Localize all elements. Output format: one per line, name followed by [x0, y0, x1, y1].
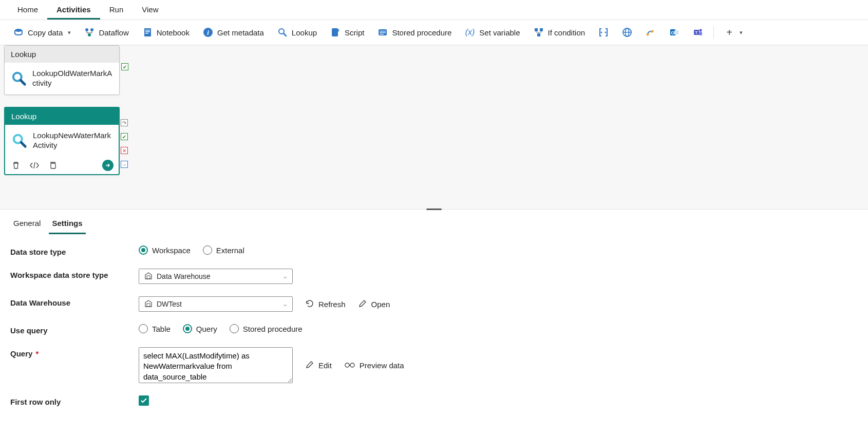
detail-tab-settings[interactable]: Settings [49, 216, 85, 234]
activity-name: LookupOldWaterMarkActivity [32, 69, 113, 88]
radio-table[interactable]: Table [139, 324, 171, 333]
radio-workspace[interactable]: Workspace [139, 245, 191, 255]
top-tab-view[interactable]: View [133, 0, 167, 20]
lookup-icon [11, 133, 28, 149]
panel-resize-handle[interactable] [426, 209, 442, 210]
top-tab-run[interactable]: Run [100, 0, 133, 20]
plus-icon: + [724, 27, 734, 37]
set-variable-button[interactable]: (x) Set variable [460, 24, 525, 41]
dataflow-label: Dataflow [99, 28, 128, 37]
preview-label: Preview data [360, 361, 404, 370]
select-data-warehouse[interactable]: DWTest ⌵ [139, 296, 293, 312]
edit-button[interactable]: Edit [305, 360, 332, 371]
edit-label: Edit [318, 361, 332, 370]
svg-point-21 [601, 32, 602, 33]
stored-procedure-icon [378, 27, 388, 37]
open-label: Open [371, 300, 390, 309]
svg-rect-15 [380, 32, 386, 33]
radio-workspace-label: Workspace [152, 246, 191, 255]
webhook-icon [646, 27, 656, 37]
radio-sp-label: Stored procedure [243, 325, 303, 333]
refresh-button[interactable]: Refresh [305, 299, 346, 310]
svg-line-38 [21, 142, 25, 146]
if-condition-button[interactable]: If condition [529, 24, 591, 41]
copy-icon[interactable] [47, 160, 59, 171]
tool-extra-1[interactable] [593, 24, 614, 41]
if-condition-icon [534, 27, 544, 37]
tool-extra-5[interactable]: T [688, 24, 708, 41]
svg-point-32 [700, 29, 702, 32]
detail-tab-general[interactable]: General [10, 216, 44, 234]
checkbox-first-row-only[interactable] [139, 395, 149, 406]
tool-extra-4[interactable]: O [664, 24, 685, 41]
tool-extra-3[interactable] [640, 24, 661, 41]
code-icon[interactable] [29, 160, 40, 171]
svg-text:T: T [695, 30, 698, 35]
notebook-button[interactable]: Notebook [137, 24, 195, 41]
handle-completion[interactable]: → [121, 161, 128, 168]
delete-icon[interactable] [10, 160, 22, 171]
radio-query[interactable]: Query [183, 324, 217, 333]
svg-point-43 [350, 363, 354, 367]
handle-skip[interactable]: ↷ [121, 119, 128, 126]
svg-line-36 [21, 80, 25, 84]
pencil-icon [358, 299, 367, 310]
query-textarea[interactable] [139, 347, 293, 383]
top-tab-home[interactable]: Home [8, 0, 47, 20]
svg-point-22 [605, 32, 607, 33]
lookup-icon [11, 70, 27, 87]
radio-table-label: Table [152, 325, 171, 333]
tool-extra-2[interactable] [617, 24, 637, 41]
variable-icon: (x) [465, 27, 475, 37]
lookup-icon [277, 27, 288, 37]
top-tab-activities[interactable]: Activities [47, 0, 100, 20]
stored-procedure-button[interactable]: Stored procedure [372, 24, 457, 41]
copy-data-button[interactable]: Copy data ▾ [8, 24, 76, 41]
refresh-label: Refresh [318, 300, 346, 309]
preview-data-button[interactable]: Preview data [344, 361, 404, 370]
get-metadata-label: Get metadata [217, 28, 264, 37]
handle-fail[interactable]: ✕ [121, 147, 128, 154]
get-metadata-button[interactable]: i Get metadata [198, 24, 269, 41]
svg-text:i: i [207, 29, 209, 36]
dataflow-button[interactable]: Dataflow [79, 24, 134, 41]
label-data-store-type: Data store type [10, 245, 139, 256]
select-ws-data-store-type[interactable]: Data Warehouse ⌵ [139, 269, 293, 284]
svg-rect-40 [147, 276, 150, 279]
activities-toolbar: Copy data ▾ Dataflow Notebook i Get meta… [0, 20, 868, 45]
pipeline-canvas[interactable]: Lookup LookupOldWaterMarkActivity ✔ Look… [0, 45, 868, 210]
handle-success[interactable]: ✔ [121, 63, 128, 70]
label-ws-data-store-type: Workspace data store type [10, 269, 139, 279]
open-button[interactable]: Open [358, 299, 390, 310]
globe-icon [622, 27, 632, 37]
run-icon[interactable] [102, 160, 114, 171]
label-use-query: Use query [10, 324, 139, 335]
svg-point-1 [85, 28, 88, 31]
handle-success[interactable]: ✔ [121, 133, 128, 140]
script-button[interactable]: Script [325, 24, 369, 41]
activity-lookup-new[interactable]: Lookup LookupNewWaterMarkActivity [4, 107, 120, 175]
svg-rect-12 [332, 28, 338, 36]
warehouse-icon [144, 299, 153, 309]
info-icon: i [203, 27, 213, 37]
svg-rect-20 [537, 33, 540, 36]
svg-text:(x): (x) [465, 28, 475, 36]
radio-external[interactable]: External [203, 245, 244, 255]
teams-icon: T [693, 27, 703, 37]
svg-rect-14 [380, 31, 386, 31]
dataflow-icon [84, 27, 95, 37]
svg-point-0 [15, 29, 22, 32]
required-indicator: * [33, 349, 39, 358]
radio-stored-procedure[interactable]: Stored procedure [230, 324, 303, 333]
svg-rect-19 [540, 28, 543, 31]
activity-name: LookupNewWaterMarkActivity [33, 131, 112, 150]
label-query: Query * [10, 347, 139, 358]
activity-lookup-old[interactable]: Lookup LookupOldWaterMarkActivity ✔ [4, 45, 120, 95]
chevron-down-icon: ▾ [740, 29, 743, 36]
svg-rect-5 [145, 30, 150, 31]
notebook-icon [142, 27, 153, 37]
add-activity-button[interactable]: + ▾ [719, 24, 748, 41]
if-condition-label: If condition [548, 28, 586, 37]
script-icon [330, 27, 341, 37]
lookup-button[interactable]: Lookup [272, 24, 322, 41]
